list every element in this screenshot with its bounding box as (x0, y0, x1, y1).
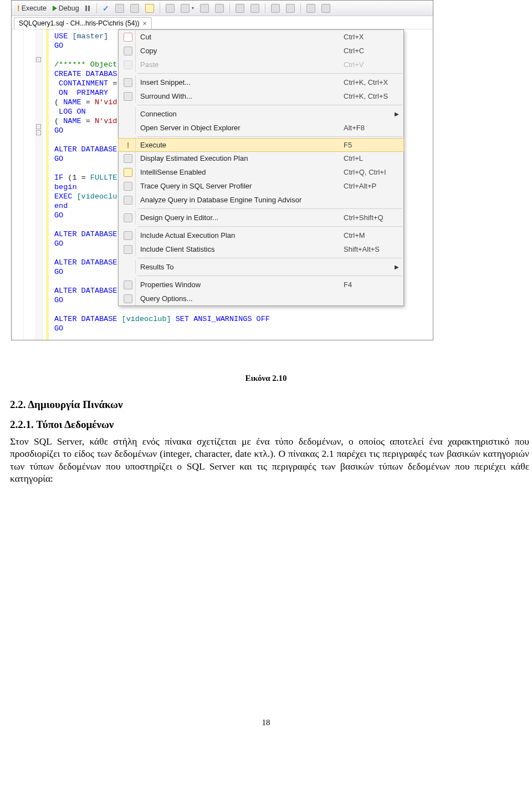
toolbar-btn-4[interactable] (163, 3, 177, 14)
copy-icon (124, 47, 132, 55)
body-paragraph: Στον SQL Server, κάθε στήλη ενός πίνακα … (0, 435, 532, 485)
toolbar-icon (200, 4, 209, 13)
toolbar-icon (166, 4, 175, 13)
chevron-right-icon: ▶ (395, 264, 399, 270)
debug-label: Debug (59, 4, 79, 12)
toolbar-icon (236, 4, 244, 13)
separator (160, 3, 160, 13)
menu-cut[interactable]: CutCtrl+X (119, 30, 403, 44)
menu-paste: PasteCtrl+V (119, 58, 403, 72)
toolbar-btn-2[interactable] (128, 3, 141, 14)
menu-design[interactable]: Design Query in Editor...Ctrl+Shift+Q (119, 211, 403, 225)
toolbar-btn-7[interactable] (213, 3, 226, 14)
toolbar-btn-5[interactable]: ▾ (178, 3, 196, 14)
figure-caption: Εικόνα 2.10 (0, 374, 532, 383)
menu-separator (137, 226, 402, 227)
menu-separator (137, 105, 402, 105)
figure-container: ! Execute Debug ✓ ▾ (0, 0, 532, 363)
menu-connection[interactable]: Connection▶ (119, 107, 403, 121)
close-icon[interactable]: × (142, 19, 146, 27)
editor-gutter: − − − (24, 29, 46, 340)
separator (229, 3, 230, 13)
menu-analyze[interactable]: Analyze Query in Database Engine Tuning … (119, 193, 403, 207)
toolbar: ! Execute Debug ✓ ▾ (12, 1, 433, 16)
menu-query-options[interactable]: Query Options... (119, 292, 403, 305)
exclaim-icon: ! (127, 141, 130, 150)
check-button[interactable]: ✓ (100, 3, 111, 14)
analyze-icon (124, 196, 132, 205)
design-icon (124, 213, 132, 222)
toolbar-icon (215, 4, 224, 13)
indent-right-icon (286, 4, 295, 13)
execute-label: Execute (22, 4, 47, 12)
indent-left-icon (271, 4, 280, 13)
snippet-icon (124, 78, 132, 87)
paste-icon (124, 60, 132, 69)
menu-insert-snippet[interactable]: Insert Snippet...Ctrl+K, Ctrl+X (119, 75, 403, 89)
menu-separator (137, 208, 402, 209)
menu-separator (137, 136, 402, 137)
separator (300, 3, 301, 13)
toolbar-btn-6[interactable] (198, 3, 211, 14)
menu-copy[interactable]: CopyCtrl+C (119, 44, 403, 58)
fold-minus-icon[interactable]: − (36, 57, 41, 62)
pause-button[interactable] (83, 4, 93, 12)
toolbar-btn-13[interactable] (319, 3, 332, 14)
menu-properties[interactable]: Properties WindowF4 (119, 278, 403, 292)
toolbar-icon (181, 4, 190, 13)
toolbar-btn-12[interactable] (304, 3, 318, 14)
toolbar-icon (321, 4, 330, 13)
menu-separator (137, 258, 402, 258)
page-number: 18 (0, 718, 532, 738)
menu-include-stats[interactable]: Include Client StatisticsShift+Alt+S (119, 242, 403, 256)
include-plan-icon (124, 231, 132, 240)
menu-surround-with[interactable]: Surround With...Ctrl+K, Ctrl+S (119, 89, 403, 103)
check-icon: ✓ (103, 4, 109, 13)
tab-sqlquery1[interactable]: SQLQuery1.sql - CH...hris-PC\chris (54))… (14, 17, 152, 29)
options-icon (124, 294, 132, 303)
menu-results-to[interactable]: Results To▶ (119, 260, 403, 274)
indent-right-button[interactable] (284, 3, 297, 14)
editor-margin (12, 29, 24, 340)
context-menu: CutCtrl+X CopyCtrl+C PasteCtrl+V Insert … (118, 29, 404, 306)
menu-execute[interactable]: ! ExecuteF5 (118, 138, 404, 152)
menu-separator (137, 276, 402, 276)
chevron-down-icon: ▾ (192, 6, 194, 11)
execute-button[interactable]: ! Execute (15, 3, 49, 14)
menu-exec-plan[interactable]: Display Estimated Execution PlanCtrl+L (119, 151, 403, 165)
menu-intellisense[interactable]: IntelliSense EnabledCtrl+Q, Ctrl+I (119, 165, 403, 179)
exclaim-icon: ! (17, 4, 20, 13)
toolbar-icon (145, 4, 154, 13)
separator (265, 3, 265, 13)
debug-button[interactable]: Debug (50, 3, 81, 13)
play-icon (53, 6, 57, 11)
toolbar-icon (250, 4, 259, 13)
ssms-window: ! Execute Debug ✓ ▾ (11, 0, 433, 340)
surround-icon (124, 92, 132, 101)
trace-icon (124, 182, 132, 191)
toolbar-btn-1[interactable] (113, 3, 126, 14)
toolbar-btn-9[interactable] (248, 3, 262, 14)
toolbar-icon (115, 4, 124, 13)
exec-plan-icon (124, 154, 132, 163)
toolbar-btn-3[interactable] (143, 3, 156, 14)
fold-minus-icon[interactable]: − (36, 124, 41, 129)
properties-icon (124, 281, 132, 289)
tab-label: SQLQuery1.sql - CH...hris-PC\chris (54)) (19, 19, 139, 27)
separator (96, 3, 97, 13)
subsection-heading: 2.2.1. Τύποι Δεδομένων (0, 419, 532, 431)
cut-icon (124, 33, 132, 42)
menu-include-plan[interactable]: Include Actual Execution PlanCtrl+M (119, 228, 403, 242)
toolbar-btn-8[interactable] (233, 3, 247, 14)
menu-separator (137, 73, 402, 74)
fold-minus-icon[interactable]: − (36, 130, 41, 135)
indent-left-button[interactable] (269, 3, 282, 14)
menu-open-server[interactable]: Open Server in Object ExplorerAlt+F8 (119, 121, 403, 135)
intellisense-icon (124, 168, 132, 177)
editor-tabbar: SQLQuery1.sql - CH...hris-PC\chris (54))… (12, 16, 433, 29)
code-editor[interactable]: − − − USE [master] GO /****** Object CRE… (12, 29, 433, 340)
chevron-right-icon: ▶ (395, 111, 399, 117)
toolbar-icon (306, 4, 315, 13)
menu-trace[interactable]: Trace Query in SQL Server ProfilerCtrl+A… (119, 179, 403, 193)
pause-icon (85, 6, 91, 11)
